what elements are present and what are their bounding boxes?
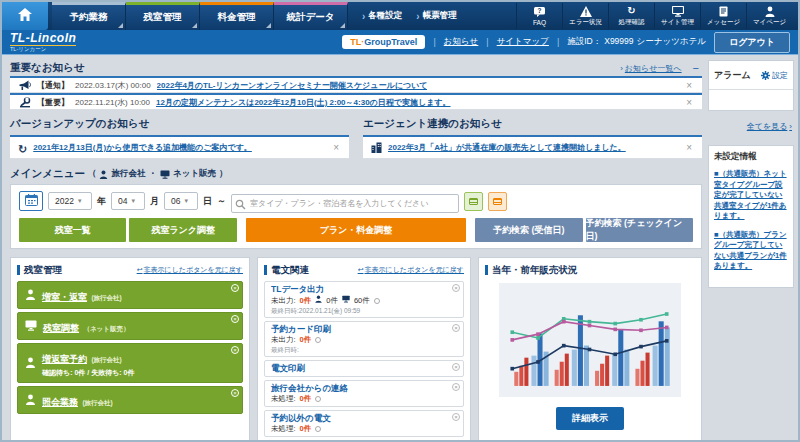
version-up-section: バージョンアップのお知らせ 2021年12月13日(月)から使用できる追加機能の…: [10, 116, 349, 159]
month-value: 04: [118, 196, 127, 206]
month-select[interactable]: 04: [111, 192, 145, 210]
collapse-button[interactable]: −: [690, 62, 702, 74]
room-panel-title: 残室管理: [17, 264, 62, 277]
tl-data-output-card[interactable]: TLデータ出力 未出力: 0件 0件 60件 最終日時:2022.01.21(金…: [264, 281, 464, 318]
agent-notice-link[interactable]: 2022年3月「A社」が共通在庫の販売先として連携開始しました。: [388, 142, 626, 153]
year-select[interactable]: 2022: [48, 192, 92, 210]
reservation-card-print-card[interactable]: 予約カード印刷 未出力: 0件 最終日時:: [264, 321, 464, 357]
hide-button-icon[interactable]: [231, 389, 239, 397]
add-return-room-button[interactable]: 増室・返室 (旅行会社): [17, 281, 243, 309]
grouptravel-button[interactable]: TL·GroupTravel: [342, 35, 425, 49]
sitemap-link[interactable]: サイトマップ: [497, 36, 549, 48]
divider: |: [486, 37, 488, 47]
list-icon: [469, 198, 478, 205]
mypage-button[interactable]: マイページ: [746, 3, 792, 29]
tab-reservation[interactable]: 予約業務: [52, 2, 126, 30]
hide-button-icon[interactable]: [231, 346, 239, 354]
stat-value: 0件: [300, 296, 312, 306]
notice-link[interactable]: お知らせ: [444, 36, 479, 48]
non-reservation-telegram-card[interactable]: 予約以外の電文 未処理: 0件: [264, 410, 464, 437]
home-button[interactable]: [2, 2, 48, 30]
reservation-search-received-button[interactable]: 予約検索 (受信日): [475, 218, 582, 242]
settings-label: 設定: [772, 70, 788, 81]
alarm-settings-button[interactable]: 設定: [761, 66, 788, 84]
list-icon: [493, 198, 502, 205]
tab-label: 残室管理: [144, 11, 182, 24]
restore-hidden-buttons-link[interactable]: 非表示にしたボタンを元に戻す: [358, 265, 464, 275]
notice-link[interactable]: 12月の定期メンテナンスは2022年12月10日(土) 2:00～4:30の日程…: [156, 97, 451, 108]
notice-list-link[interactable]: お知らせ一覧へ: [625, 64, 682, 73]
gear-icon: [761, 66, 770, 84]
nav-link-report[interactable]: 帳票管理: [416, 10, 456, 22]
hide-card-icon[interactable]: [452, 363, 460, 371]
close-icon[interactable]: [331, 142, 341, 153]
button-label: 照会業務: [42, 397, 78, 407]
hide-card-icon[interactable]: [452, 284, 460, 292]
card-title: TLデータ出力: [271, 284, 449, 295]
close-icon[interactable]: [684, 142, 694, 153]
top-navigation: 予約業務 残室管理 料金管理 統計データ 各種設定 帳票管理 ? FAQ エラー…: [2, 2, 798, 30]
agency-contact-card[interactable]: 旅行会社からの連絡 未処理: 0件: [264, 380, 464, 407]
search-input[interactable]: [231, 194, 459, 213]
close-icon[interactable]: [684, 80, 694, 91]
room-rank-adjust-button[interactable]: 残室ランク調整: [129, 218, 236, 242]
hide-button-icon[interactable]: [231, 284, 239, 292]
important-notices-title: 重要なお知らせ: [10, 61, 84, 75]
sales-status-panel: 当年・前年販売状況 詳細表示: [478, 257, 702, 440]
site-management-button[interactable]: サイト管理: [654, 3, 700, 29]
hide-card-icon[interactable]: [452, 324, 460, 332]
logout-button[interactable]: ログアウト: [714, 32, 790, 53]
card-title: 予約以外の電文: [271, 413, 449, 424]
button-scope: (旅行会社): [91, 294, 121, 301]
hide-button-icon[interactable]: [231, 315, 239, 323]
main-menu-title: メインメニュー: [10, 167, 85, 181]
unset-info-title: 未設定情報: [714, 151, 788, 163]
room-adjust-button[interactable]: 残室調整 （ネット販売）: [17, 312, 243, 340]
facility-name: シーナッツホテル: [637, 36, 706, 48]
see-all-link[interactable]: 全てを見る: [747, 122, 792, 131]
facility-id-value: X99999: [604, 36, 633, 48]
message-button[interactable]: メッセージ: [700, 3, 746, 29]
calendar-button[interactable]: [19, 191, 43, 211]
version-notice-row: 2021年12月13日(月)から使用できる追加機能のご案内です。: [10, 135, 349, 159]
day-select[interactable]: 06: [164, 192, 198, 210]
facility-id-label: 施設ID：: [567, 36, 601, 48]
room-management-panel: 残室管理 非表示にしたボタンを元に戻す 増室・返室 (旅行会社) 残室調整 （ネ…: [10, 257, 250, 440]
nav-link-settings[interactable]: 各種設定: [362, 10, 402, 22]
close-icon[interactable]: [684, 97, 694, 108]
reservation-search-checkin-button[interactable]: 予約検索 (チェックイン日): [586, 218, 693, 242]
utility-label: エラー状況: [569, 18, 602, 27]
utility-label: メッセージ: [707, 18, 740, 27]
faq-button[interactable]: ? FAQ: [516, 3, 562, 29]
day-value: 06: [171, 196, 180, 206]
utility-label: 処理確認: [619, 18, 645, 27]
restore-hidden-buttons-link[interactable]: 非表示にしたボタンを元に戻す: [137, 265, 243, 275]
calendar-view-toggle[interactable]: [488, 192, 507, 211]
add-return-room-reservation-button[interactable]: 増返室予約 (旅行会社) 確認待ち: 0件 / 失敗待ち: 0件: [17, 343, 243, 383]
hide-card-icon[interactable]: [452, 383, 460, 391]
person-icon: [25, 391, 36, 409]
telegram-print-card[interactable]: 電文印刷: [264, 360, 464, 377]
process-check-button[interactable]: ↻ 処理確認: [608, 3, 654, 29]
stat-label: 未処理:: [271, 394, 296, 404]
inquiry-work-button[interactable]: 照会業務 (旅行会社): [17, 386, 243, 414]
list-view-toggle[interactable]: [464, 192, 483, 211]
notice-link[interactable]: 2022年4月のTL-リンカーンオンラインセミナー開催スケジュールについて: [157, 80, 428, 91]
hide-toggle-icon: [315, 396, 321, 402]
button-label: 残室調整: [43, 323, 79, 333]
room-list-button[interactable]: 残室一覧: [19, 218, 126, 242]
detail-display-button[interactable]: 詳細表示: [556, 407, 624, 430]
net-count: 60件: [354, 296, 370, 306]
last-datetime: 最終日時:: [271, 345, 449, 354]
plan-rate-adjust-button[interactable]: プラン・料金調整: [246, 218, 466, 242]
unset-room-type-link[interactable]: ■（共通販売）ネット室タイプグループ設定が完了していない共通室タイプが1件ありま…: [714, 169, 788, 222]
building-icon: [371, 139, 382, 157]
tl-lincoln-logo[interactable]: TL-Lincoln TL-リンカーン: [10, 32, 76, 53]
tab-rate-management[interactable]: 料金管理: [200, 2, 274, 30]
tab-statistics[interactable]: 統計データ: [274, 2, 348, 30]
version-notice-link[interactable]: 2021年12月13日(月)から使用できる追加機能のご案内です。: [33, 142, 252, 153]
hide-card-icon[interactable]: [452, 413, 460, 421]
tab-room-inventory[interactable]: 残室管理: [126, 2, 200, 30]
error-status-button[interactable]: エラー状況: [562, 3, 608, 29]
unset-plan-link[interactable]: ■（共通販売）プラングループ完了していない共通プランが1件あります。: [714, 230, 788, 272]
